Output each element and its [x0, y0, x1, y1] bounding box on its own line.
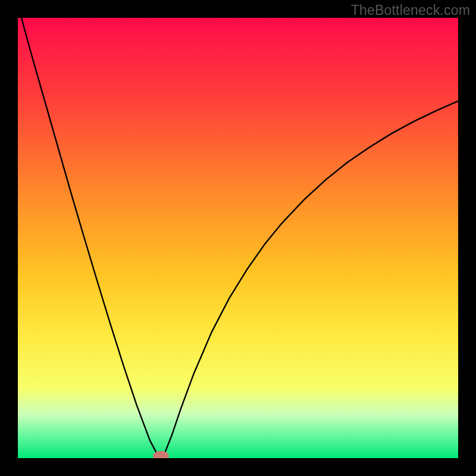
watermark-text: TheBottleneck.com: [351, 2, 470, 18]
plot-area: [18, 18, 458, 458]
chart-container: TheBottleneck.com: [0, 0, 476, 476]
bottleneck-curve-chart: [18, 18, 458, 458]
